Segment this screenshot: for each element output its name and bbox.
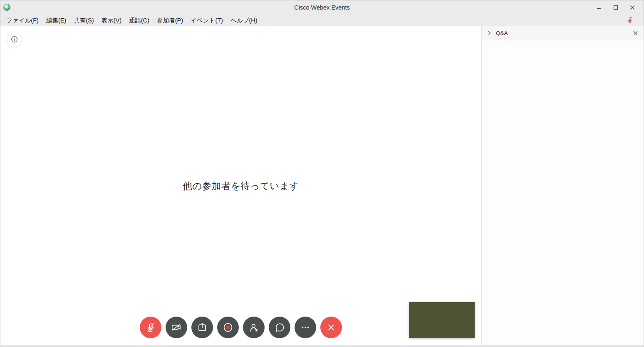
video-off-button[interactable] — [166, 317, 187, 338]
menu-help-label: ヘルプ — [230, 17, 249, 24]
record-button[interactable] — [217, 317, 239, 338]
window-body: 他の参加者を待っています — [0, 26, 644, 345]
menu-help-accel: H — [249, 17, 257, 24]
qa-panel-close-button[interactable] — [633, 30, 638, 36]
menu-event-label: イベント — [191, 17, 215, 24]
window-title: Cisco Webex Events — [0, 4, 644, 11]
qa-panel-body — [482, 40, 644, 345]
chat-button[interactable] — [269, 317, 290, 338]
meeting-main-area: 他の参加者を待っています — [0, 26, 482, 345]
mic-muted-icon — [627, 16, 634, 24]
menu-edit-label: 編集 — [46, 17, 58, 24]
meeting-controls-bar — [140, 317, 342, 338]
qa-panel: Q&A — [482, 26, 644, 345]
maximize-icon — [613, 5, 618, 10]
close-icon — [326, 322, 337, 333]
webex-events-window: Cisco Webex Events ファイルF 編集E — [0, 0, 644, 347]
menu-view-label: 表示 — [102, 17, 114, 24]
mute-button[interactable] — [140, 317, 161, 338]
minimize-button[interactable] — [592, 2, 606, 13]
share-icon — [196, 322, 208, 333]
participants-button[interactable] — [243, 317, 265, 338]
maximize-button[interactable] — [609, 2, 623, 13]
chevron-right-icon[interactable] — [487, 31, 492, 35]
menu-edit-accel: E — [58, 17, 66, 24]
webex-logo-icon — [3, 4, 10, 11]
menu-edit[interactable]: 編集E — [42, 15, 70, 26]
menu-share-accel: S — [86, 17, 94, 24]
menu-file[interactable]: ファイルF — [2, 15, 42, 26]
window-controls — [592, 0, 639, 15]
info-icon — [10, 35, 18, 43]
menu-participants[interactable]: 参加者P — [153, 15, 187, 26]
minimize-icon — [597, 5, 602, 10]
menu-call-accel: C — [141, 17, 149, 24]
leave-event-button[interactable] — [320, 317, 342, 338]
menu-bar: ファイルF 編集E 共有S 表示V 通話C 参加者P イベントT ヘルプH — [0, 15, 644, 26]
menu-participants-accel: P — [175, 17, 183, 24]
menu-help[interactable]: ヘルプH — [227, 15, 261, 26]
mic-muted-status — [627, 16, 634, 25]
mic-muted-icon — [145, 322, 156, 334]
qa-panel-title: Q&A — [496, 30, 508, 36]
camera-off-icon — [170, 322, 183, 333]
menu-event[interactable]: イベントT — [187, 15, 227, 26]
waiting-message: 他の参加者を待っています — [183, 180, 299, 192]
menu-call[interactable]: 通話C — [125, 15, 153, 26]
more-dots-icon — [300, 322, 311, 333]
menu-share-label: 共有 — [74, 17, 86, 24]
menu-participants-label: 参加者 — [157, 17, 175, 24]
session-info-button[interactable] — [7, 32, 22, 47]
title-bar: Cisco Webex Events — [0, 0, 644, 15]
more-options-button[interactable] — [295, 317, 316, 338]
share-content-button[interactable] — [191, 317, 213, 338]
menu-event-accel: T — [215, 17, 223, 24]
self-video-thumbnail[interactable] — [409, 302, 475, 338]
menu-call-label: 通話 — [129, 17, 141, 24]
menu-view-accel: V — [114, 17, 121, 24]
menu-file-label: ファイル — [6, 17, 31, 24]
menu-view[interactable]: 表示V — [98, 15, 125, 26]
chat-icon — [274, 322, 286, 334]
close-icon — [630, 5, 635, 10]
participants-icon — [248, 322, 260, 334]
qa-panel-header: Q&A — [482, 26, 644, 40]
close-window-button[interactable] — [625, 2, 639, 13]
menu-share[interactable]: 共有S — [70, 15, 97, 26]
close-icon — [633, 30, 638, 36]
menu-file-accel: F — [31, 17, 39, 24]
record-icon — [222, 321, 234, 334]
